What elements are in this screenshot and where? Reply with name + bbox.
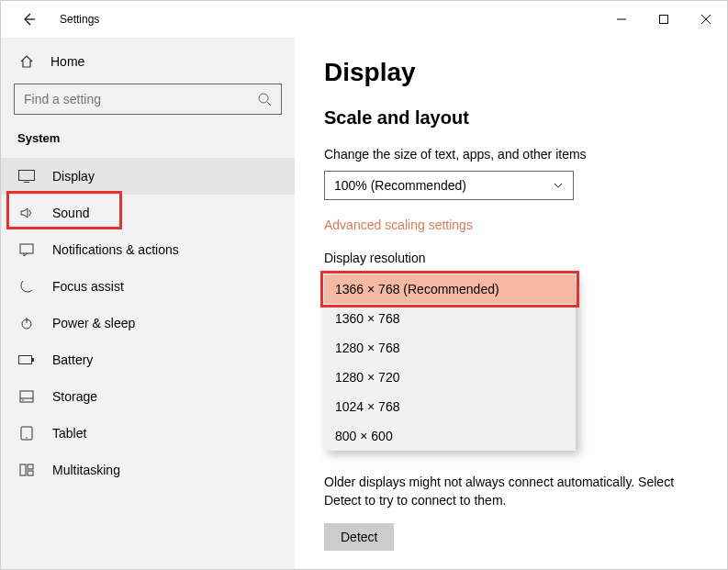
svg-rect-12	[32, 358, 34, 362]
display-icon	[17, 170, 36, 183]
svg-rect-19	[28, 464, 33, 469]
advanced-scaling-link[interactable]: Advanced scaling settings	[324, 218, 473, 232]
resolution-dropdown-open[interactable]: 1366 × 768 (Recommended) 1360 × 768 1280…	[324, 274, 576, 451]
resolution-option[interactable]: 1280 × 768	[324, 333, 576, 363]
section-scale-layout: Scale and layout	[324, 107, 700, 129]
svg-point-15	[22, 399, 24, 401]
arrow-left-icon	[21, 12, 36, 27]
search-input[interactable]	[24, 92, 257, 106]
sidebar-item-label: Power & sleep	[52, 316, 135, 330]
resolution-option[interactable]: 800 × 600	[324, 421, 576, 451]
svg-rect-8	[20, 244, 33, 253]
svg-point-4	[259, 94, 268, 103]
sidebar-item-notifications[interactable]: Notifications & actions	[1, 231, 295, 268]
svg-rect-1	[660, 16, 668, 24]
resolution-option[interactable]: 1360 × 768	[324, 304, 576, 333]
notifications-icon	[17, 242, 36, 257]
sidebar-item-label: Sound	[52, 206, 89, 220]
sidebar-item-sound[interactable]: Sound	[1, 195, 295, 231]
resolution-option[interactable]: 1280 × 720	[324, 363, 576, 392]
chevron-down-icon	[553, 180, 564, 191]
home-label: Home	[50, 54, 84, 69]
tablet-icon	[17, 426, 36, 441]
power-icon	[17, 316, 36, 330]
detect-button[interactable]: Detect	[324, 523, 394, 551]
sound-icon	[17, 206, 36, 220]
close-icon	[701, 15, 711, 24]
storage-icon	[17, 390, 36, 403]
sidebar-item-tablet[interactable]: Tablet	[1, 415, 295, 452]
sidebar-item-display[interactable]: Display	[1, 158, 295, 195]
titlebar: Settings	[1, 1, 727, 38]
close-button[interactable]	[685, 5, 727, 34]
scale-dropdown[interactable]: 100% (Recommended)	[324, 171, 574, 200]
svg-rect-13	[20, 391, 33, 402]
sidebar-item-battery[interactable]: Battery	[1, 341, 295, 378]
window-title: Settings	[60, 13, 99, 26]
page-title: Display	[324, 58, 700, 87]
home-icon	[17, 54, 36, 69]
svg-point-17	[26, 437, 28, 439]
sidebar-group-system: System	[1, 128, 295, 158]
svg-line-5	[267, 102, 271, 106]
sidebar-item-label: Storage	[52, 389, 97, 404]
back-button[interactable]	[17, 8, 39, 30]
sidebar-item-focus-assist[interactable]: Focus assist	[1, 268, 295, 305]
sidebar-item-multitasking[interactable]: Multitasking	[1, 452, 295, 488]
svg-rect-20	[28, 471, 33, 475]
sidebar-item-label: Focus assist	[52, 279, 124, 294]
sidebar-item-label: Multitasking	[52, 463, 120, 477]
minimize-button[interactable]	[600, 5, 643, 34]
main-content: Display Scale and layout Change the size…	[295, 38, 727, 569]
multitasking-icon	[17, 464, 36, 476]
focus-assist-icon	[17, 279, 36, 294]
detect-description: Older displays might not always connect …	[324, 473, 700, 510]
svg-rect-18	[20, 464, 26, 475]
sidebar-item-label: Notifications & actions	[52, 242, 179, 257]
sidebar-item-label: Battery	[52, 352, 93, 367]
sidebar-item-storage[interactable]: Storage	[1, 378, 295, 415]
sidebar-home[interactable]: Home	[1, 45, 295, 78]
search-icon	[257, 92, 272, 106]
sidebar: Home System Display Sound Notifications …	[1, 38, 295, 569]
sidebar-item-label: Tablet	[52, 426, 86, 441]
svg-rect-11	[19, 356, 32, 364]
battery-icon	[17, 354, 36, 365]
maximize-button[interactable]	[643, 5, 685, 34]
svg-rect-6	[19, 171, 35, 181]
scale-label: Change the size of text, apps, and other…	[324, 147, 700, 162]
resolution-label: Display resolution	[324, 251, 700, 265]
sidebar-item-power-sleep[interactable]: Power & sleep	[1, 305, 295, 341]
sidebar-item-label: Display	[52, 169, 95, 184]
resolution-option[interactable]: 1024 × 768	[324, 392, 576, 421]
maximize-icon	[659, 15, 668, 24]
scale-value: 100% (Recommended)	[334, 178, 466, 193]
search-input-wrap[interactable]	[14, 84, 282, 115]
window-controls	[600, 5, 727, 34]
minimize-icon	[617, 15, 626, 24]
resolution-option[interactable]: 1366 × 768 (Recommended)	[324, 274, 576, 304]
